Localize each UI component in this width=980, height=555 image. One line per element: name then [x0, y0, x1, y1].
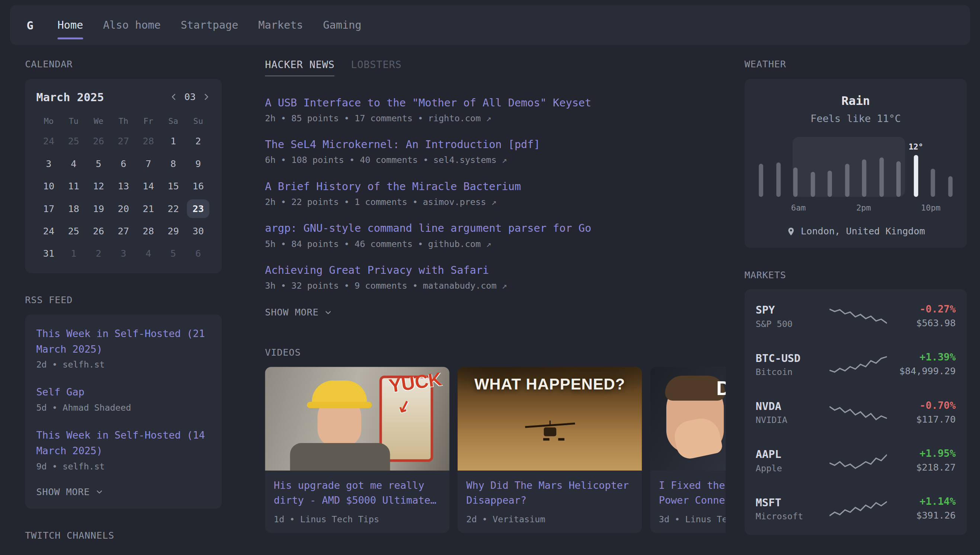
- video-title[interactable]: I Fixed the 5 Power Connect: [659, 478, 726, 508]
- news-item-title[interactable]: A USB Interface to the "Mother of All De…: [265, 95, 725, 110]
- nav-tab[interactable]: Markets: [258, 5, 303, 45]
- video-title[interactable]: Why Did The Mars Helicopter Disappear?: [466, 478, 633, 508]
- video-thumbnail[interactable]: YUCK: [265, 367, 449, 470]
- news-item-source[interactable]: matanabudy.com ↗: [423, 281, 507, 290]
- calendar-day-cell: 18: [63, 199, 85, 218]
- news-item-title[interactable]: argp: GNU-style command line argument pa…: [265, 221, 725, 236]
- news-item-source[interactable]: righto.com ↗: [428, 113, 491, 123]
- weather-bar: [897, 161, 901, 197]
- video-card[interactable]: DO I Fixed the 5 Power Connect 3d • Linu…: [650, 367, 725, 533]
- calendar-day-cell: 21: [137, 199, 159, 218]
- rss-item: This Week in Self-Hosted (14 March 2025)…: [36, 427, 210, 471]
- calendar-day-cell: 24: [38, 132, 60, 150]
- video-card[interactable]: YUCK His upgrade got me really dirty - A…: [265, 367, 449, 533]
- market-name: Microsoft: [755, 511, 829, 521]
- rss-item-title[interactable]: Self Gap: [36, 384, 210, 400]
- calendar-month-title: March 2025: [36, 90, 104, 103]
- market-change: -0.70%: [887, 399, 956, 411]
- calendar-day-cell: 5: [87, 154, 110, 173]
- news-feed-tabs: HACKER NEWSLOBSTERS: [265, 59, 725, 76]
- news-item-meta: 2h • 22 points • 1 comments •asimov.pres…: [265, 197, 725, 207]
- market-row[interactable]: SPY S&P 500 -0.27% $563.98: [755, 292, 956, 340]
- market-symbol: SPY: [755, 303, 829, 316]
- calendar-day-cell: 25: [63, 222, 85, 240]
- news-item-meta: 3h • 32 points • 9 comments •matanabudy.…: [265, 281, 725, 290]
- thumbnail-decoration: [549, 421, 550, 425]
- rss-item-meta: 9d • selfh.st: [36, 461, 210, 471]
- market-sparkline: [829, 401, 887, 423]
- rss-item-meta: 2d • selfh.st: [36, 359, 210, 369]
- market-symbol: BTC-USD: [755, 351, 829, 364]
- video-thumbnail[interactable]: WHAT HAPPENED?: [458, 367, 642, 470]
- market-row[interactable]: NVDA NVIDIA -0.70% $117.70: [755, 388, 956, 436]
- news-meta-text: 2h • 22 points • 1 comments •: [265, 197, 418, 207]
- news-meta-text: 3h • 32 points • 9 comments •: [265, 281, 418, 290]
- market-price: $218.27: [887, 462, 956, 473]
- calendar-next-button[interactable]: [202, 93, 211, 101]
- thumbnail-decoration: [290, 443, 390, 470]
- markets-widget: SPY S&P 500 -0.27% $563.98 BTC-USD Bitco…: [744, 289, 967, 535]
- weather-bar: [828, 171, 832, 197]
- news-item-source[interactable]: asimov.press ↗: [423, 197, 496, 207]
- rss-section-label: RSS FEED: [25, 294, 222, 305]
- external-link-icon: ↗: [502, 155, 507, 165]
- news-item-meta: 6h • 108 points • 40 comments •sel4.syst…: [265, 155, 725, 165]
- weather-time-label: 2pm: [856, 203, 871, 212]
- market-change: +1.14%: [887, 496, 956, 507]
- weather-bar: [862, 159, 866, 197]
- news-feed-tab[interactable]: LOBSTERS: [351, 59, 401, 76]
- weather-hourly-chart: 12°: [757, 141, 954, 197]
- thumbnail-text: WHAT HAPPENED?: [458, 376, 642, 393]
- news-source-domain: github.com: [428, 239, 481, 249]
- news-feed-tab[interactable]: HACKER NEWS: [265, 59, 334, 76]
- nav-tab[interactable]: Also home: [103, 5, 161, 45]
- market-sparkline: [829, 305, 887, 327]
- news-item-source[interactable]: github.com ↗: [428, 239, 491, 249]
- news-meta-text: 6h • 108 points • 40 comments •: [265, 155, 428, 165]
- news-item-source[interactable]: sel4.systems ↗: [433, 155, 507, 165]
- news-item-title[interactable]: A Brief History of the Miracle Bacterium: [265, 178, 725, 193]
- calendar-day-cell: 8: [162, 154, 184, 173]
- market-price: $117.70: [887, 414, 956, 425]
- markets-section-label: MARKETS: [744, 269, 967, 281]
- calendar-day-cell: 27: [112, 222, 135, 240]
- video-thumbnail[interactable]: DO: [650, 367, 725, 470]
- news-item-title[interactable]: The SeL4 Microkernel: An Introduction [p…: [265, 137, 725, 152]
- external-link-icon: ↗: [491, 197, 497, 207]
- video-meta: 1d • Linus Tech Tips: [274, 515, 441, 525]
- calendar-day-cell: 15: [162, 177, 184, 195]
- rss-item-title[interactable]: This Week in Self-Hosted (21 March 2025): [36, 326, 210, 357]
- market-row[interactable]: MSFT Microsoft +1.14% $391.26: [755, 484, 956, 532]
- rss-widget: This Week in Self-Hosted (21 March 2025)…: [25, 314, 222, 508]
- external-link-icon: ↗: [486, 113, 491, 123]
- video-title[interactable]: His upgrade got me really dirty - AMD $5…: [274, 478, 441, 508]
- market-row[interactable]: BTC-USD Bitcoin +1.39% $84,999.29: [755, 340, 956, 388]
- app-logo[interactable]: G: [19, 14, 41, 36]
- rss-show-more-button[interactable]: SHOW MORE: [36, 486, 103, 497]
- news-show-more-button[interactable]: SHOW MORE: [265, 307, 332, 318]
- video-meta: 2d • Veritasium: [466, 515, 633, 525]
- calendar-prev-button[interactable]: [169, 93, 178, 101]
- market-ticker-info: BTC-USD Bitcoin: [755, 351, 829, 377]
- thumbnail-text: DO: [716, 378, 725, 398]
- market-values: +1.95% $218.27: [887, 448, 956, 473]
- news-item-title[interactable]: Achieving Great Privacy with Safari: [265, 263, 725, 278]
- weather-time-label: 6am: [791, 203, 805, 212]
- rss-item-title[interactable]: This Week in Self-Hosted (14 March 2025): [36, 427, 210, 459]
- thumbnail-decoration: [530, 424, 570, 443]
- calendar-weekday: We: [86, 116, 111, 125]
- video-card[interactable]: WHAT HAPPENED? Why Did The Mars Helicopt…: [458, 367, 642, 533]
- weather-bar: [845, 164, 849, 197]
- market-symbol: AAPL: [755, 448, 829, 460]
- nav-tab[interactable]: Startpage: [181, 5, 239, 45]
- weather-widget: Rain Feels like 11°C: [744, 79, 967, 248]
- calendar-weekday: Th: [111, 116, 136, 125]
- calendar-month-number: 03: [184, 91, 195, 102]
- calendar-day-cell: 9: [187, 154, 209, 173]
- market-row[interactable]: AAPL Apple +1.95% $218.27: [755, 436, 956, 484]
- nav-tab[interactable]: Gaming: [323, 5, 361, 45]
- calendar-day-cell: 26: [87, 222, 110, 240]
- chevron-down-icon: [96, 488, 103, 496]
- market-ticker-info: MSFT Microsoft: [755, 496, 829, 521]
- nav-tab[interactable]: Home: [58, 5, 83, 45]
